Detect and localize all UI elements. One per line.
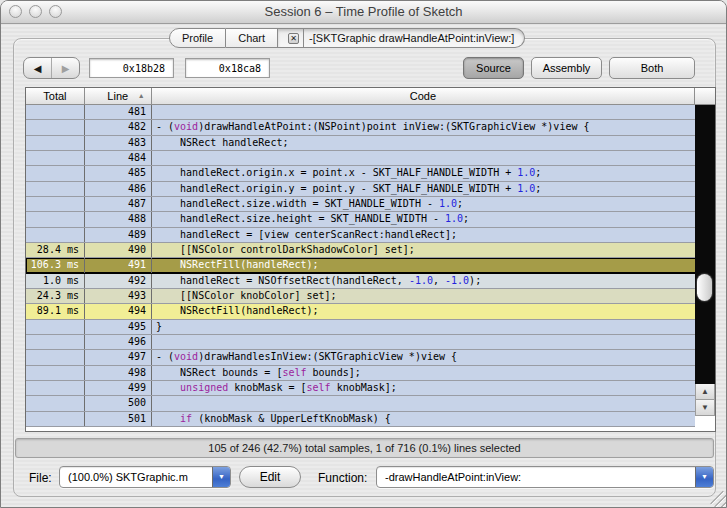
total-cell: 28.4 ms: [26, 243, 85, 257]
table-row[interactable]: 497- (void)drawHandlesInView:(SKTGraphic…: [26, 350, 715, 365]
tab-chart-label: Chart: [238, 32, 265, 44]
total-cell: [26, 151, 85, 165]
code-cell: handleRect.origin.x = point.x - SKT_HALF…: [152, 166, 697, 180]
line-number-cell: 490: [85, 243, 152, 257]
tab-chart[interactable]: Chart: [226, 28, 278, 48]
assembly-button[interactable]: Assembly: [531, 57, 602, 79]
file-popup-value: (100.0%) SKTGraphic.m: [68, 471, 208, 483]
line-number-cell: 482: [85, 120, 152, 134]
total-cell: [26, 412, 85, 426]
table-row[interactable]: 487 handleRect.size.width = SKT_HANDLE_W…: [26, 197, 715, 212]
column-header-total[interactable]: Total: [26, 88, 85, 104]
address-end-field[interactable]: 0x18ca8: [185, 58, 270, 78]
column-header-scroll-spacer: [695, 88, 715, 104]
table-row[interactable]: 499 unsigned knobMask = [self knobMask];: [26, 381, 715, 396]
sort-ascending-icon: ▲: [138, 92, 145, 99]
tab-profile[interactable]: Profile: [169, 28, 226, 48]
table-row[interactable]: 24.3 ms493 [[NSColor knobColor] set];: [26, 289, 715, 304]
total-cell: 89.1 ms: [26, 304, 85, 318]
both-button[interactable]: Both: [609, 57, 695, 79]
file-popup-arrow-icon: ▼: [212, 467, 230, 487]
table-row[interactable]: 495}: [26, 320, 715, 335]
edit-button[interactable]: Edit: [239, 466, 301, 488]
table-row[interactable]: 484: [26, 151, 715, 166]
table-row[interactable]: 488 handleRect.size.height = SKT_HANDLE_…: [26, 212, 715, 227]
line-number-cell: 494: [85, 304, 152, 318]
line-number-cell: 493: [85, 289, 152, 303]
table-row[interactable]: 496: [26, 335, 715, 350]
close-tab-icon[interactable]: ✕: [288, 33, 299, 44]
table-row[interactable]: 106.3 ms491 NSRectFill(handleRect);: [26, 258, 715, 273]
total-cell: [26, 320, 85, 334]
total-cell: [26, 136, 85, 150]
total-cell: [26, 212, 85, 226]
line-number-cell: 484: [85, 151, 152, 165]
history-nav-control: ◀ ▶: [23, 57, 80, 79]
code-cell: [152, 335, 697, 349]
source-button[interactable]: Source: [463, 57, 524, 79]
status-bar: 105 of 246 (42.7%) total samples, 1 of 7…: [15, 438, 714, 458]
function-popup-arrow-icon: ▼: [695, 467, 713, 487]
line-number-cell: 496: [85, 335, 152, 349]
code-cell: handleRect.size.height = SKT_HANDLE_WIDT…: [152, 212, 697, 226]
line-number-cell: 488: [85, 212, 152, 226]
code-cell: handleRect = NSOffsetRect(handleRect, -1…: [152, 274, 697, 288]
line-number-cell: 491: [85, 258, 152, 272]
column-header-code[interactable]: Code: [152, 88, 695, 104]
table-row[interactable]: 481: [26, 105, 715, 120]
table-row[interactable]: 89.1 ms494 NSRectFill(handleRect);: [26, 304, 715, 319]
table-row[interactable]: 501 if (knobMask & UpperLeftKnobMask) {: [26, 412, 715, 427]
file-popup[interactable]: (100.0%) SKTGraphic.m ▼: [59, 466, 231, 488]
line-number-cell: 486: [85, 182, 152, 196]
table-row[interactable]: 28.4 ms490 [[NSColor controlDarkShadowCo…: [26, 243, 715, 258]
scroll-down-button[interactable]: ▼: [695, 400, 715, 416]
table-row[interactable]: 485 handleRect.origin.x = point.x - SKT_…: [26, 166, 715, 181]
code-cell: [[NSColor controlDarkShadowColor] set];: [152, 243, 697, 257]
resize-grip[interactable]: [710, 491, 724, 505]
table-row[interactable]: 486 handleRect.origin.y = point.y - SKT_…: [26, 182, 715, 197]
table-row[interactable]: 483 NSRect handleRect;: [26, 136, 715, 151]
tab-source-view-label: -[SKTGraphic drawHandleAtPoint:inView:]: [309, 32, 514, 44]
file-label: File:: [29, 471, 52, 485]
address-start-field[interactable]: 0x18b28: [89, 58, 174, 78]
tab-profile-label: Profile: [182, 32, 213, 44]
column-header-line[interactable]: Line ▲: [85, 88, 152, 104]
back-button[interactable]: ◀: [24, 58, 52, 78]
code-cell: handleRect.size.width = SKT_HANDLE_WIDTH…: [152, 197, 697, 211]
forward-button[interactable]: ▶: [52, 58, 79, 78]
scroll-up-button[interactable]: ▲: [695, 384, 715, 400]
forward-icon: ▶: [62, 63, 70, 74]
line-number-cell: 497: [85, 350, 152, 364]
line-number-cell: 492: [85, 274, 152, 288]
line-number-cell: 500: [85, 396, 152, 410]
code-cell: unsigned knobMask = [self knobMask];: [152, 381, 697, 395]
table-row[interactable]: 489 handleRect = [view centerScanRect:ha…: [26, 228, 715, 243]
total-cell: [26, 105, 85, 119]
scrollbar-thumb[interactable]: [697, 274, 712, 301]
table-row[interactable]: 1.0 ms492 handleRect = NSOffsetRect(hand…: [26, 274, 715, 289]
back-icon: ◀: [34, 63, 42, 74]
line-number-cell: 483: [85, 136, 152, 150]
total-cell: [26, 350, 85, 364]
tab-source-view[interactable]: ✕ -[SKTGraphic drawHandleAtPoint:inView:…: [278, 28, 525, 48]
total-cell: [26, 120, 85, 134]
code-cell: NSRectFill(handleRect);: [152, 258, 697, 272]
code-cell: handleRect.origin.y = point.y - SKT_HALF…: [152, 182, 697, 196]
code-cell: [152, 151, 697, 165]
table-body: 481482- (void)drawHandleAtPoint:(NSPoint…: [26, 105, 715, 427]
table-row[interactable]: 498 NSRect bounds = [self bounds];: [26, 366, 715, 381]
table-row[interactable]: 482- (void)drawHandleAtPoint:(NSPoint)po…: [26, 120, 715, 135]
total-cell: [26, 166, 85, 180]
function-popup[interactable]: -drawHandleAtPoint:inView: ▼: [376, 466, 714, 488]
title-bar[interactable]: Session 6 – Time Profile of Sketch: [1, 1, 726, 24]
scrollbar-track[interactable]: [695, 105, 715, 384]
table-row[interactable]: 500: [26, 396, 715, 411]
window-title: Session 6 – Time Profile of Sketch: [1, 4, 726, 19]
total-cell: 1.0 ms: [26, 274, 85, 288]
total-cell: [26, 182, 85, 196]
total-cell: [26, 366, 85, 380]
line-number-cell: 489: [85, 228, 152, 242]
vertical-scrollbar: ▲ ▼: [695, 105, 715, 431]
code-cell: [152, 396, 697, 410]
session-window: Session 6 – Time Profile of Sketch Profi…: [0, 0, 727, 508]
